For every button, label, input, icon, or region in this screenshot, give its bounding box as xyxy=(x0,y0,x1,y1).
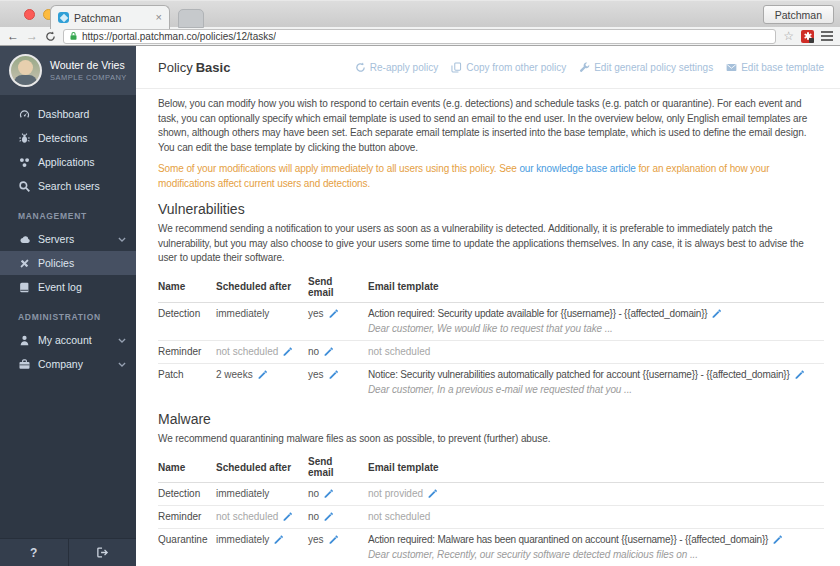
edit-pencil-icon[interactable] xyxy=(328,369,339,380)
table-row-reminder: Reminder not scheduled no not scheduled xyxy=(158,340,824,363)
table-row-detection: Detection immediately no not provided xyxy=(158,483,824,506)
page-header: PolicyBasic Re-apply policy Copy from ot… xyxy=(136,46,840,89)
edit-pencil-icon[interactable] xyxy=(273,534,284,545)
sidebar-item-applications[interactable]: Applications xyxy=(0,150,136,174)
edit-pencil-icon[interactable] xyxy=(323,488,334,499)
briefcase-icon xyxy=(18,358,31,371)
back-button[interactable]: ← xyxy=(7,30,19,42)
new-tab-button[interactable] xyxy=(178,9,204,28)
malware-heading: Malware xyxy=(158,411,824,427)
sidebar-item-servers[interactable]: Servers xyxy=(0,227,136,251)
table-row-quarantine: Quarantine immediately yes Action requir… xyxy=(158,529,824,566)
knowledge-base-link[interactable]: our knowledge base article xyxy=(519,163,635,174)
address-bar[interactable]: https://portal.patchman.co/policies/12/t… xyxy=(63,29,776,44)
sidebar-section-administration: ADMINISTRATION xyxy=(0,299,136,328)
dashboard-icon xyxy=(18,108,31,121)
chevron-down-icon xyxy=(118,236,126,243)
patchman-favicon-icon xyxy=(58,12,69,23)
browser-toolbar: ← → https://portal.patchman.co/policies/… xyxy=(0,27,840,46)
table-row-detection: Detection immediately yes Action require… xyxy=(158,302,824,340)
sidebar-item-my-account[interactable]: My account xyxy=(0,328,136,352)
browser-menu-icon[interactable] xyxy=(821,31,833,41)
sidebar-footer: ? xyxy=(0,538,136,566)
help-button[interactable]: ? xyxy=(0,539,68,566)
sidebar-item-detections[interactable]: Detections xyxy=(0,126,136,150)
copy-from-other-policy-button[interactable]: Copy from other policy xyxy=(451,62,566,73)
vulnerabilities-description: We recommend sending a notification to y… xyxy=(158,222,824,266)
table-row-patch: Patch 2 weeks yes Notice: Security vulne… xyxy=(158,363,824,401)
tab-close-icon[interactable]: × xyxy=(156,12,162,23)
reapply-policy-button[interactable]: Re-apply policy xyxy=(355,62,438,73)
edit-pencil-icon[interactable] xyxy=(794,369,805,380)
browser-tab-strip: Patchman × Patchman xyxy=(0,0,840,27)
envelope-icon xyxy=(726,62,737,73)
sidebar-section-management: MANAGEMENT xyxy=(0,198,136,227)
browser-profile-button[interactable]: Patchman xyxy=(763,5,834,24)
edit-pencil-icon[interactable] xyxy=(328,308,339,319)
modifications-note: Some of your modifications will apply im… xyxy=(158,162,824,191)
search-icon xyxy=(18,180,31,193)
vulnerabilities-table: Name Scheduled after Send email Email te… xyxy=(158,273,824,401)
book-icon xyxy=(18,281,31,294)
edit-pencil-icon[interactable] xyxy=(711,308,722,319)
gavel-icon xyxy=(18,257,31,270)
edit-pencil-icon[interactable] xyxy=(282,346,293,357)
table-header-row: Name Scheduled after Send email Email te… xyxy=(158,453,824,483)
edit-pencil-icon[interactable] xyxy=(257,369,268,380)
tab-title: Patchman xyxy=(74,12,151,24)
cloud-icon xyxy=(18,233,31,246)
logout-button[interactable] xyxy=(68,539,137,566)
user-name: Wouter de Vries xyxy=(50,59,127,72)
person-icon xyxy=(18,334,31,347)
https-padlock-icon xyxy=(69,31,78,41)
reload-button[interactable] xyxy=(45,31,56,42)
applications-icon xyxy=(18,156,31,169)
refresh-icon xyxy=(355,62,366,73)
edit-base-template-button[interactable]: Edit base template xyxy=(726,62,824,73)
bug-icon xyxy=(18,132,31,145)
sidebar-item-search-users[interactable]: Search users xyxy=(0,174,136,198)
wrench-icon xyxy=(579,62,590,73)
vulnerabilities-heading: Vulnerabilities xyxy=(158,201,824,217)
copy-icon xyxy=(451,62,462,73)
edit-pencil-icon[interactable] xyxy=(282,511,293,522)
sidebar: Wouter de Vries SAMPLE COMPANY Dashboard… xyxy=(0,46,136,566)
table-row-reminder: Reminder not scheduled no not scheduled xyxy=(158,506,824,529)
edit-general-policy-settings-button[interactable]: Edit general policy settings xyxy=(579,62,713,73)
bookmark-star-icon[interactable]: ☆ xyxy=(783,30,794,42)
edit-pencil-icon[interactable] xyxy=(772,534,783,545)
sidebar-item-policies[interactable]: Policies xyxy=(0,251,136,275)
edit-pencil-icon[interactable] xyxy=(328,534,339,545)
header-actions: Re-apply policy Copy from other policy E… xyxy=(355,62,824,73)
avatar xyxy=(9,54,42,87)
main-content: PolicyBasic Re-apply policy Copy from ot… xyxy=(136,46,840,566)
sidebar-item-event-log[interactable]: Event log xyxy=(0,275,136,299)
logout-icon xyxy=(96,546,109,559)
malware-table: Name Scheduled after Send email Email te… xyxy=(158,453,824,566)
sidebar-item-company[interactable]: Company xyxy=(0,352,136,376)
user-company: SAMPLE COMPANY xyxy=(50,73,127,82)
intro-paragraph: Below, you can modify how you wish to re… xyxy=(158,97,824,155)
edit-pencil-icon[interactable] xyxy=(427,488,438,499)
lastpass-extension-icon[interactable] xyxy=(801,30,814,43)
forward-button[interactable]: → xyxy=(26,30,38,42)
edit-pencil-icon[interactable] xyxy=(323,346,334,357)
policy-tasks-body: Below, you can modify how you wish to re… xyxy=(136,89,840,566)
table-header-row: Name Scheduled after Send email Email te… xyxy=(158,273,824,303)
page-title: PolicyBasic xyxy=(158,60,230,75)
sidebar-item-dashboard[interactable]: Dashboard xyxy=(0,102,136,126)
chevron-down-icon xyxy=(118,361,126,368)
url-text: https://portal.patchman.co/policies/12/t… xyxy=(82,31,276,42)
browser-tab[interactable]: Patchman × xyxy=(50,5,170,29)
edit-pencil-icon[interactable] xyxy=(323,511,334,522)
window-close-button[interactable] xyxy=(24,9,35,20)
chevron-down-icon xyxy=(118,337,126,344)
malware-description: We recommend quarantining malware files … xyxy=(158,432,824,447)
user-panel[interactable]: Wouter de Vries SAMPLE COMPANY xyxy=(0,46,136,95)
